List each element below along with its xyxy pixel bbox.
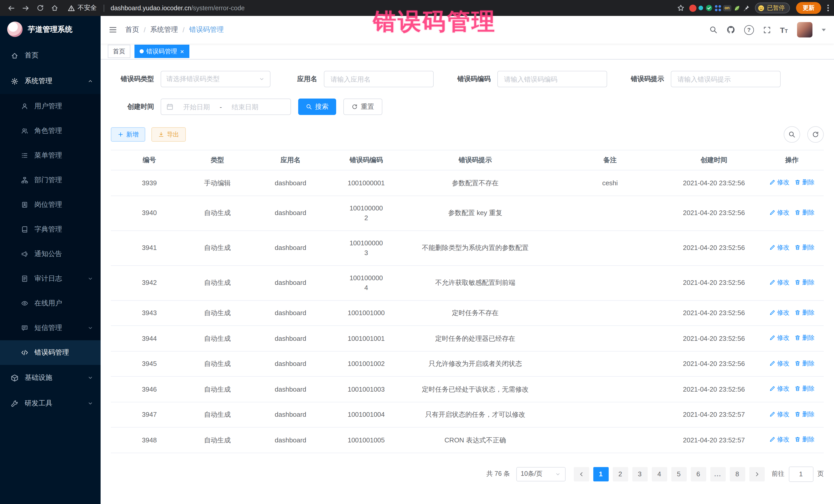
font-size-button[interactable]: TT xyxy=(780,26,788,34)
fullscreen-button[interactable] xyxy=(763,26,771,34)
edit-link[interactable]: 修改 xyxy=(769,278,789,287)
extension-on-badge[interactable]: on xyxy=(723,5,731,11)
next-page-button[interactable] xyxy=(749,467,765,481)
edit-link[interactable]: 修改 xyxy=(769,308,789,317)
delete-link[interactable]: 删除 xyxy=(794,384,814,393)
delete-link[interactable]: 删除 xyxy=(794,208,814,217)
tab-home[interactable]: 首页 xyxy=(108,45,130,58)
profile-paused-badge[interactable]: 已暂停 xyxy=(755,3,790,13)
delete-link[interactable]: 删除 xyxy=(794,243,814,252)
page-button-5[interactable]: 5 xyxy=(671,467,686,481)
filter-app-group: 应用名 xyxy=(297,71,434,87)
breadcrumb-item[interactable]: 系统管理 xyxy=(150,25,178,35)
start-date-input[interactable] xyxy=(177,103,216,111)
browser-menu-icon[interactable] xyxy=(827,5,829,11)
sidebar-item-users[interactable]: 用户管理 xyxy=(0,94,101,118)
sidebar-item-error-code[interactable]: 错误码管理 xyxy=(0,340,101,365)
sidebar-item-dictionary[interactable]: 字典管理 xyxy=(0,217,101,242)
error-type-select[interactable]: 请选择错误码类型 xyxy=(161,71,270,87)
create-time-range-picker[interactable]: - xyxy=(161,98,291,115)
dashboard-icon xyxy=(11,51,19,59)
edit-link[interactable]: 修改 xyxy=(769,358,789,368)
error-code-input[interactable] xyxy=(503,75,601,83)
sidebar-item-departments[interactable]: 部门管理 xyxy=(0,168,101,193)
browser-home-button[interactable] xyxy=(48,2,61,14)
browser-forward-button[interactable] xyxy=(20,2,32,14)
extension-red-icon[interactable] xyxy=(689,4,696,12)
cell-app: dashboard xyxy=(247,326,334,351)
sidebar-item-dev-tools[interactable]: 研发工具 xyxy=(0,391,101,416)
cell-remark xyxy=(552,196,668,231)
page-size-select[interactable]: 10条/页 xyxy=(516,467,565,481)
app-logo-row[interactable]: 芋道管理系统 xyxy=(0,16,101,43)
pagination: 共 76 条 10条/页 1 2 3 4 5 6 ... 8 前往 页 xyxy=(111,453,824,482)
end-date-input[interactable] xyxy=(225,103,265,111)
address-bar[interactable]: dashboard.yudao.iocoder.cn/system/error-… xyxy=(111,4,245,12)
sidebar-toggle-button[interactable] xyxy=(109,26,117,34)
page-button-8[interactable]: 8 xyxy=(729,467,745,481)
extension-grid-icon[interactable] xyxy=(715,5,721,11)
search-button[interactable]: 搜索 xyxy=(298,98,336,115)
sidebar-item-notices[interactable]: 通知公告 xyxy=(0,242,101,266)
edit-link[interactable]: 修改 xyxy=(769,409,789,419)
sidebar-item-menus[interactable]: 菜单管理 xyxy=(0,143,101,168)
cell-remark xyxy=(552,351,668,376)
page-button-2[interactable]: 2 xyxy=(613,467,628,481)
cell-code: 1001001003 xyxy=(334,376,398,402)
export-button[interactable]: 导出 xyxy=(151,127,186,141)
error-hint-input[interactable] xyxy=(676,75,775,83)
tab-close-icon[interactable]: × xyxy=(180,48,184,54)
edit-link[interactable]: 修改 xyxy=(769,178,789,187)
delete-link[interactable]: 删除 xyxy=(794,278,814,287)
page-button-4[interactable]: 4 xyxy=(652,467,667,481)
sidebar-item-posts[interactable]: 岗位管理 xyxy=(0,193,101,217)
sidebar-item-sms[interactable]: 短信管理 xyxy=(0,316,101,340)
sidebar-item-roles[interactable]: 角色管理 xyxy=(0,118,101,143)
sidebar-item-infrastructure[interactable]: 基础设施 xyxy=(0,365,101,391)
security-indicator[interactable]: 不安全 xyxy=(68,4,97,12)
extension-check-icon[interactable] xyxy=(705,4,712,12)
extension-leaf-icon[interactable] xyxy=(733,4,740,12)
help-icon[interactable]: ? xyxy=(744,25,754,35)
reset-button[interactable]: 重置 xyxy=(343,98,382,115)
page-button-6[interactable]: 6 xyxy=(690,467,706,481)
sidebar-item-home[interactable]: 首页 xyxy=(0,43,101,68)
refresh-table-button[interactable] xyxy=(807,126,824,143)
sidebar-item-system[interactable]: 系统管理 xyxy=(0,68,101,94)
delete-link[interactable]: 删除 xyxy=(794,358,814,368)
page-button-1[interactable]: 1 xyxy=(593,467,609,481)
github-link[interactable] xyxy=(726,26,735,34)
extension-pin-icon[interactable] xyxy=(742,4,750,12)
toggle-search-button[interactable] xyxy=(784,126,800,143)
avatar-caret-icon[interactable] xyxy=(822,28,826,31)
delete-link[interactable]: 删除 xyxy=(794,435,814,444)
bookmark-star-button[interactable] xyxy=(675,2,687,14)
edit-link[interactable]: 修改 xyxy=(769,333,789,342)
cell-time: 2021-04-20 23:52:56 xyxy=(668,231,760,265)
edit-link[interactable]: 修改 xyxy=(769,208,789,217)
header-search-button[interactable] xyxy=(709,26,717,34)
add-button[interactable]: 新增 xyxy=(111,127,145,141)
edit-link[interactable]: 修改 xyxy=(769,435,789,444)
extension-teal-icon[interactable] xyxy=(698,6,703,10)
app-name-input[interactable] xyxy=(329,75,428,83)
tab-error-code[interactable]: 错误码管理 × xyxy=(134,45,189,58)
prev-page-button[interactable] xyxy=(573,467,589,481)
browser-back-button[interactable] xyxy=(5,2,18,14)
sidebar-item-online-users[interactable]: 在线用户 xyxy=(0,291,101,316)
edit-link[interactable]: 修改 xyxy=(769,384,789,393)
sidebar-item-audit-log[interactable]: 审计日志 xyxy=(0,266,101,291)
delete-link[interactable]: 删除 xyxy=(794,409,814,419)
edit-link[interactable]: 修改 xyxy=(769,243,789,252)
goto-page-input[interactable] xyxy=(789,466,813,482)
browser-update-button[interactable]: 更新 xyxy=(796,2,821,14)
page-ellipsis[interactable]: ... xyxy=(710,467,725,481)
page-button-3[interactable]: 3 xyxy=(632,467,648,481)
delete-link[interactable]: 删除 xyxy=(794,333,814,342)
user-avatar[interactable] xyxy=(797,22,812,38)
delete-link[interactable]: 删除 xyxy=(794,308,814,317)
trash-icon xyxy=(794,436,800,442)
browser-reload-button[interactable] xyxy=(34,2,46,14)
delete-link[interactable]: 删除 xyxy=(794,178,814,187)
breadcrumb-item[interactable]: 首页 xyxy=(125,25,139,35)
